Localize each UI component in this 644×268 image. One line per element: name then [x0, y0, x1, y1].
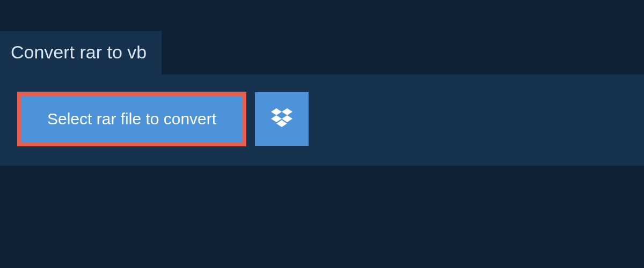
upload-panel: Select rar file to convert	[0, 75, 644, 166]
tab-title-text: Convert rar to vb	[11, 42, 147, 62]
select-file-label: Select rar file to convert	[47, 110, 216, 128]
tab-title: Convert rar to vb	[0, 31, 162, 75]
dropbox-icon	[271, 108, 292, 130]
select-file-button[interactable]: Select rar file to convert	[17, 92, 246, 146]
dropbox-button[interactable]	[255, 92, 309, 146]
